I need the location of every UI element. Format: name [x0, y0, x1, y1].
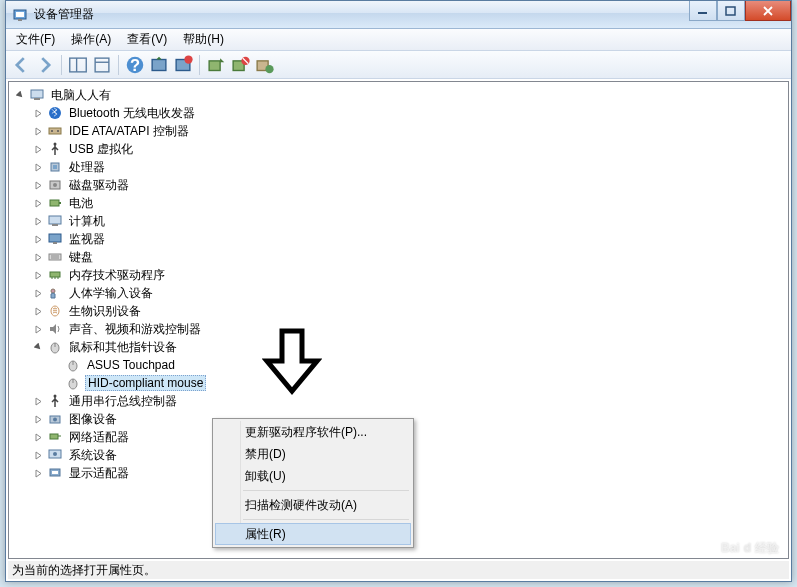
disable-button[interactable]	[229, 54, 251, 76]
tree-bluetooth[interactable]: Bluetooth 无线电收发器	[11, 104, 786, 122]
expand-icon[interactable]	[33, 324, 43, 334]
annotation-arrow-icon	[262, 326, 322, 396]
expand-icon[interactable]	[33, 270, 43, 280]
tree-mouse-category[interactable]: 鼠标和其他指针设备	[11, 338, 786, 356]
nav-forward-button[interactable]	[34, 54, 56, 76]
svg-rect-23	[49, 128, 61, 134]
tree-memtech[interactable]: 内存技术驱动程序	[11, 266, 786, 284]
expand-icon[interactable]	[33, 396, 43, 406]
expand-icon[interactable]	[33, 126, 43, 136]
tree-hid[interactable]: 人体学输入设备	[11, 284, 786, 302]
svg-rect-11	[152, 59, 166, 70]
ctx-scan[interactable]: 扫描检测硬件改动(A)	[215, 494, 411, 516]
svg-rect-60	[52, 471, 58, 474]
expand-icon[interactable]	[33, 306, 43, 316]
status-text: 为当前的选择打开属性页。	[12, 562, 156, 579]
sound-icon	[47, 321, 63, 337]
expand-icon[interactable]	[33, 180, 43, 190]
tree-usb-virt[interactable]: USB 虚拟化	[11, 140, 786, 158]
expand-icon[interactable]	[33, 468, 43, 478]
svg-rect-2	[18, 19, 22, 21]
expand-icon[interactable]	[33, 234, 43, 244]
tree-biometric[interactable]: 生物识别设备	[11, 302, 786, 320]
memory-icon	[47, 267, 63, 283]
toolbar: ?	[6, 51, 791, 79]
expand-icon[interactable]	[33, 144, 43, 154]
svg-rect-55	[50, 434, 58, 439]
svg-rect-35	[49, 234, 61, 242]
biometric-icon	[47, 303, 63, 319]
svg-point-19	[265, 65, 273, 73]
uninstall-button[interactable]	[172, 54, 194, 76]
nav-back-button[interactable]	[10, 54, 32, 76]
status-bar: 为当前的选择打开属性页。	[8, 561, 789, 579]
svg-point-44	[51, 289, 55, 293]
ctx-disable[interactable]: 禁用(D)	[215, 443, 411, 465]
menu-file[interactable]: 文件(F)	[8, 29, 63, 50]
ctx-uninstall[interactable]: 卸载(U)	[215, 465, 411, 487]
camera-icon	[47, 411, 63, 427]
svg-point-24	[51, 130, 53, 132]
tree-disk[interactable]: 磁盘驱动器	[11, 176, 786, 194]
properties-button[interactable]	[91, 54, 113, 76]
ctx-properties[interactable]: 属性(R)	[215, 523, 411, 545]
expand-icon[interactable]	[33, 198, 43, 208]
update-driver-button[interactable]	[205, 54, 227, 76]
ide-icon	[47, 123, 63, 139]
expand-icon[interactable]	[33, 216, 43, 226]
help-button[interactable]: ?	[124, 54, 146, 76]
scan-hardware-button[interactable]	[148, 54, 170, 76]
collapse-icon[interactable]	[33, 342, 43, 352]
usb-icon	[47, 141, 63, 157]
window-title: 设备管理器	[34, 6, 791, 23]
hid-icon	[47, 285, 63, 301]
tree-usb-bus[interactable]: 通用串行总线控制器	[11, 392, 786, 410]
expand-icon[interactable]	[33, 450, 43, 460]
tree-root[interactable]: 电脑人人有	[11, 86, 786, 104]
close-button[interactable]	[745, 1, 791, 21]
svg-point-26	[54, 143, 57, 146]
computer-icon	[29, 87, 45, 103]
usb-icon	[47, 393, 63, 409]
expand-icon[interactable]	[33, 288, 43, 298]
expand-icon[interactable]	[33, 108, 43, 118]
expand-icon[interactable]	[33, 252, 43, 262]
minimize-button[interactable]	[689, 1, 717, 21]
collapse-icon[interactable]	[15, 90, 25, 100]
svg-rect-36	[53, 242, 57, 244]
svg-rect-37	[49, 254, 61, 260]
menu-action[interactable]: 操作(A)	[63, 29, 119, 50]
tree-cpu[interactable]: 处理器	[11, 158, 786, 176]
tree-mouse-asus[interactable]: ASUS Touchpad	[11, 356, 786, 374]
computer-icon	[47, 213, 63, 229]
svg-point-52	[54, 395, 57, 398]
tree-mouse-hid[interactable]: HID-compliant mouse	[11, 374, 786, 392]
context-menu: 更新驱动程序软件(P)... 禁用(D) 卸载(U) 扫描检测硬件改动(A) 属…	[212, 418, 414, 548]
tree-keyboard[interactable]: 键盘	[11, 248, 786, 266]
enable-button[interactable]	[253, 54, 275, 76]
maximize-button[interactable]	[717, 1, 745, 21]
menu-view[interactable]: 查看(V)	[119, 29, 175, 50]
display-adapter-icon	[47, 465, 63, 481]
system-icon	[47, 447, 63, 463]
menu-help[interactable]: 帮助(H)	[175, 29, 232, 50]
tree-monitor[interactable]: 监视器	[11, 230, 786, 248]
tree-computer[interactable]: 计算机	[11, 212, 786, 230]
titlebar[interactable]: 设备管理器	[6, 1, 791, 29]
svg-rect-31	[50, 200, 59, 206]
expand-icon[interactable]	[33, 414, 43, 424]
svg-point-13	[184, 55, 192, 63]
svg-rect-32	[59, 202, 61, 204]
show-hide-console-button[interactable]	[67, 54, 89, 76]
mouse-icon	[47, 339, 63, 355]
tree-ide[interactable]: IDE ATA/ATAPI 控制器	[11, 122, 786, 140]
expand-icon[interactable]	[33, 432, 43, 442]
svg-rect-40	[50, 272, 60, 277]
bluetooth-icon	[47, 105, 63, 121]
svg-rect-21	[34, 98, 40, 100]
ctx-update-driver[interactable]: 更新驱动程序软件(P)...	[215, 421, 411, 443]
svg-rect-1	[16, 12, 24, 17]
tree-battery[interactable]: 电池	[11, 194, 786, 212]
tree-sound[interactable]: 声音、视频和游戏控制器	[11, 320, 786, 338]
expand-icon[interactable]	[33, 162, 43, 172]
